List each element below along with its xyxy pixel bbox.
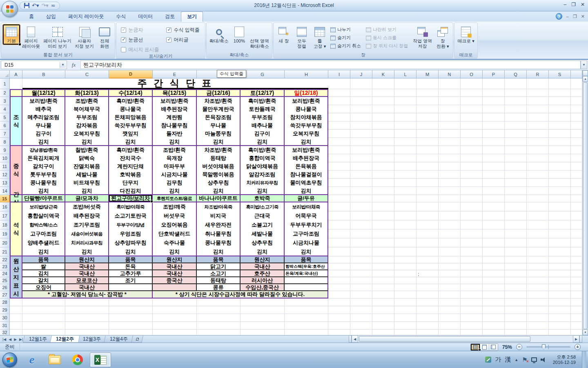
cell-N9[interactable] [439, 146, 461, 154]
window-button-1[interactable]: 모두 정렬 [293, 24, 311, 50]
cell-T15[interactable] [571, 195, 582, 202]
cell-K22[interactable] [372, 256, 394, 263]
origin-cell-r23-c5[interactable]: 국내산 [241, 263, 285, 270]
close-button[interactable]: ✕ [581, 2, 585, 7]
cell-T25[interactable] [571, 277, 582, 284]
cell-N30[interactable] [439, 314, 461, 322]
cell-M24-stray[interactable]: ; [416, 270, 439, 277]
scroll-right-icon[interactable]: ▶ [573, 335, 579, 343]
cell-J10[interactable] [350, 154, 372, 162]
cell-Q11[interactable] [505, 162, 527, 171]
cell-T3[interactable] [571, 97, 582, 105]
cell-J25[interactable] [350, 277, 372, 284]
cell-E30[interactable] [153, 314, 197, 322]
cell-P27[interactable] [483, 291, 505, 298]
cell-O31[interactable] [461, 322, 483, 330]
zoom-out-button[interactable]: − [516, 344, 522, 350]
snack-day-4[interactable]: 후렌치토스트/음료 [153, 195, 197, 202]
cell-O22[interactable] [461, 256, 483, 263]
origin-cell-r23-c6[interactable]: 함박스텍(우육:호주산 [285, 263, 328, 270]
origin-cell-r25-c5[interactable]: 러시아산 [241, 277, 285, 284]
cell-T18[interactable] [571, 220, 582, 229]
cell-J23[interactable] [350, 263, 372, 270]
checkbox-머리글[interactable]: 머리글 [166, 36, 199, 43]
cell-R21[interactable] [527, 247, 549, 256]
window-split-handle[interactable] [579, 335, 582, 343]
cell-O21[interactable] [461, 247, 483, 256]
row-header-5[interactable]: 5 [0, 113, 10, 121]
column-header-P[interactable]: P [483, 70, 505, 79]
cell-K15[interactable] [372, 195, 394, 202]
cell-J17[interactable] [350, 211, 372, 220]
cell-O8[interactable] [461, 138, 483, 146]
cell-B32[interactable] [22, 330, 65, 335]
cell-I17[interactable] [328, 211, 350, 220]
cell-P28[interactable] [483, 298, 505, 306]
cell-P4[interactable] [483, 105, 505, 113]
menu-중식-day-6[interactable]: 흑미밥/흰죽홍합미역국닭살야채볶음알감자조림치커리유자무침김치 [241, 146, 285, 195]
cell-N18[interactable] [439, 220, 461, 229]
menu-중식-day-3[interactable]: 흑미밥/흰죽잔치국수계란지단채호박볶음단무지다진김치 [109, 146, 153, 195]
cell-D29[interactable] [109, 306, 153, 314]
cell-T14[interactable] [571, 187, 582, 195]
cell-K20[interactable] [372, 238, 394, 247]
taskbar-windows-explorer[interactable] [44, 352, 65, 367]
cell-R11[interactable] [527, 162, 549, 171]
cell-P29[interactable] [483, 306, 505, 314]
cell-P12[interactable] [483, 171, 505, 179]
cell-N24[interactable] [439, 270, 461, 277]
cell-J3[interactable] [350, 97, 372, 105]
cell-G28[interactable] [241, 298, 285, 306]
cell-O30[interactable] [461, 314, 483, 322]
cell-S18[interactable] [549, 220, 571, 229]
window-button-3[interactable]: 작업 영역 저장 [411, 24, 434, 50]
horizontal-scroll-track[interactable] [358, 335, 573, 343]
cell-N6[interactable] [439, 121, 461, 130]
insert-worksheet-tab[interactable]: 🗋 [131, 336, 143, 343]
cell-I28[interactable] [328, 298, 350, 306]
cell-J8[interactable] [350, 138, 372, 146]
cell-F32[interactable] [197, 330, 241, 335]
menu-석식-day-6[interactable]: 흑미밥/소고기죽근대국소불고기세발나물상추무침김치 [241, 202, 285, 256]
cell-O13[interactable] [461, 179, 483, 187]
cell-E28[interactable] [153, 298, 197, 306]
day-header-일(12/18)[interactable]: 일(12/18) [285, 89, 328, 97]
cell-O9[interactable] [461, 146, 483, 154]
origin-cell-r24-c3[interactable]: 국내산 [153, 270, 197, 277]
cell-J13[interactable] [350, 179, 372, 187]
cell-H30[interactable] [285, 314, 328, 322]
menu-조식-day-5[interactable]: 차조밥/흰죽물만두계란국돈육장조림무나물마늘쫑무침김치 [197, 97, 241, 146]
cell-R19[interactable] [527, 229, 549, 238]
zoom-button-1[interactable]: 100% [230, 24, 248, 45]
ribbon-tab-보기[interactable]: 보기 [181, 11, 203, 22]
cell-I20[interactable] [328, 238, 350, 247]
cell-L5[interactable] [394, 113, 416, 121]
cell-A31[interactable] [10, 322, 22, 330]
cell-Q25[interactable] [505, 277, 527, 284]
cell-S32[interactable] [549, 330, 571, 335]
cell-T29[interactable] [571, 306, 582, 314]
cell-N12[interactable] [439, 171, 461, 179]
cell-T26[interactable] [571, 284, 582, 291]
cell-J20[interactable] [350, 238, 372, 247]
cell-O20[interactable] [461, 238, 483, 247]
cell-O28[interactable] [461, 298, 483, 306]
cell-K23[interactable] [372, 263, 394, 270]
cell-G32[interactable] [241, 330, 285, 335]
cell-S10[interactable] [549, 154, 571, 162]
origin-cell-r26-c4[interactable]: 콩류 [197, 284, 241, 291]
cell-Q19[interactable] [505, 229, 527, 238]
row-header-24[interactable]: 24 [0, 270, 10, 277]
cell-L4[interactable] [394, 105, 416, 113]
cell-M32[interactable] [416, 330, 439, 335]
cell-R5[interactable] [527, 113, 549, 121]
row-header-20[interactable]: 20 [0, 238, 10, 247]
insert-function-icon[interactable]: fx [67, 60, 81, 70]
cell-L26[interactable] [394, 284, 416, 291]
cell-S25[interactable] [549, 277, 571, 284]
cell-R18[interactable] [527, 220, 549, 229]
cell-H29[interactable] [285, 306, 328, 314]
select-all-corner[interactable] [0, 70, 10, 79]
scroll-left-icon[interactable]: ◀ [352, 335, 358, 343]
cell-P5[interactable] [483, 113, 505, 121]
